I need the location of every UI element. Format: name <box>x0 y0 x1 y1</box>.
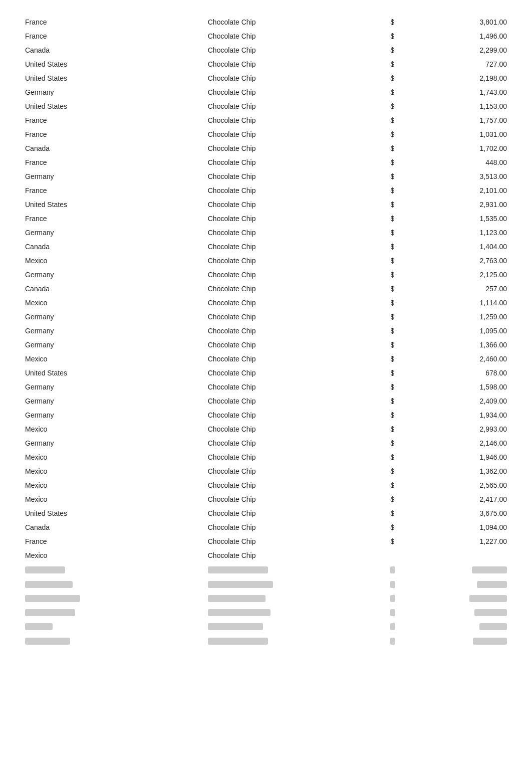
data-table: FranceChocolate Chip$3,801.00FranceChoco… <box>20 15 512 648</box>
product-cell-blurred <box>203 562 386 576</box>
amount-cell: 257.00 <box>428 282 512 296</box>
product-cell: Chocolate Chip <box>203 478 386 492</box>
country-cell: United States <box>20 506 203 520</box>
currency-cell: $ <box>385 408 427 422</box>
table-row: MexicoChocolate Chip$1,362.00 <box>20 464 512 478</box>
table-row: FranceChocolate Chip$448.00 <box>20 155 512 169</box>
amount-cell-blurred <box>428 605 512 619</box>
country-cell: France <box>20 29 203 43</box>
currency-cell: $ <box>385 254 427 268</box>
table-row: MexicoChocolate Chip$2,417.00 <box>20 492 512 506</box>
currency-cell: $ <box>385 324 427 338</box>
product-cell: Chocolate Chip <box>203 43 386 57</box>
country-cell: Germany <box>20 226 203 240</box>
product-cell: Chocolate Chip <box>203 15 386 29</box>
country-cell: France <box>20 113 203 127</box>
currency-cell <box>385 548 427 562</box>
currency-cell: $ <box>385 282 427 296</box>
currency-cell: $ <box>385 85 427 99</box>
amount-cell: 1,496.00 <box>428 29 512 43</box>
country-cell: Mexico <box>20 254 203 268</box>
product-cell: Chocolate Chip <box>203 240 386 254</box>
country-cell: France <box>20 155 203 169</box>
table-row: United StatesChocolate Chip$2,198.00 <box>20 71 512 85</box>
table-row: GermanyChocolate Chip$1,366.00 <box>20 338 512 352</box>
product-cell: Chocolate Chip <box>203 282 386 296</box>
country-cell: Germany <box>20 408 203 422</box>
product-cell: Chocolate Chip <box>203 352 386 366</box>
currency-cell: $ <box>385 478 427 492</box>
country-cell: Germany <box>20 338 203 352</box>
table-row-blurred <box>20 591 512 605</box>
product-cell: Chocolate Chip <box>203 534 386 548</box>
product-cell-blurred <box>203 605 386 619</box>
country-cell: Mexico <box>20 492 203 506</box>
product-cell: Chocolate Chip <box>203 254 386 268</box>
country-cell: Germany <box>20 268 203 282</box>
amount-cell-blurred <box>428 591 512 605</box>
product-cell-blurred <box>203 633 386 647</box>
product-cell: Chocolate Chip <box>203 436 386 450</box>
table-row: GermanyChocolate Chip$1,934.00 <box>20 408 512 422</box>
currency-cell: $ <box>385 57 427 71</box>
currency-cell: $ <box>385 141 427 155</box>
amount-cell: 1,114.00 <box>428 296 512 310</box>
country-cell-blurred <box>20 633 203 647</box>
table-row: GermanyChocolate Chip$1,123.00 <box>20 226 512 240</box>
currency-cell: $ <box>385 436 427 450</box>
product-cell: Chocolate Chip <box>203 57 386 71</box>
currency-cell: $ <box>385 127 427 141</box>
currency-cell-blurred <box>385 633 427 647</box>
product-cell: Chocolate Chip <box>203 520 386 534</box>
table-row: United StatesChocolate Chip$727.00 <box>20 57 512 71</box>
currency-cell: $ <box>385 534 427 548</box>
currency-cell: $ <box>385 155 427 169</box>
currency-cell: $ <box>385 422 427 436</box>
amount-cell: 3,675.00 <box>428 506 512 520</box>
currency-cell-blurred <box>385 619 427 633</box>
currency-cell-blurred <box>385 605 427 619</box>
country-cell-blurred <box>20 576 203 591</box>
country-cell: Germany <box>20 85 203 99</box>
table-row: FranceChocolate Chip$1,227.00 <box>20 534 512 548</box>
amount-cell: 1,259.00 <box>428 310 512 324</box>
country-cell: United States <box>20 366 203 380</box>
table-row: FranceChocolate Chip$2,101.00 <box>20 183 512 198</box>
currency-cell: $ <box>385 226 427 240</box>
table-row: FranceChocolate Chip$1,031.00 <box>20 127 512 141</box>
amount-cell-blurred <box>428 562 512 576</box>
table-row: FranceChocolate Chip$3,801.00 <box>20 15 512 29</box>
amount-cell: 1,366.00 <box>428 338 512 352</box>
amount-cell: 727.00 <box>428 57 512 71</box>
amount-cell: 1,757.00 <box>428 113 512 127</box>
currency-cell: $ <box>385 99 427 113</box>
amount-cell: 2,763.00 <box>428 254 512 268</box>
country-cell: Canada <box>20 43 203 57</box>
amount-cell: 1,598.00 <box>428 380 512 394</box>
product-cell: Chocolate Chip <box>203 127 386 141</box>
amount-cell: 678.00 <box>428 366 512 380</box>
product-cell-blurred <box>203 576 386 591</box>
currency-cell: $ <box>385 29 427 43</box>
country-cell: France <box>20 534 203 548</box>
currency-cell: $ <box>385 296 427 310</box>
country-cell-blurred <box>20 562 203 576</box>
currency-cell: $ <box>385 113 427 127</box>
table-row: United StatesChocolate Chip$2,931.00 <box>20 198 512 212</box>
product-cell: Chocolate Chip <box>203 29 386 43</box>
currency-cell-blurred <box>385 591 427 605</box>
product-cell: Chocolate Chip <box>203 394 386 408</box>
product-cell-blurred <box>203 591 386 605</box>
table-row-blurred <box>20 619 512 633</box>
amount-cell: 1,743.00 <box>428 85 512 99</box>
product-cell: Chocolate Chip <box>203 506 386 520</box>
product-cell: Chocolate Chip <box>203 169 386 183</box>
amount-cell: 1,702.00 <box>428 141 512 155</box>
country-cell: Canada <box>20 520 203 534</box>
country-cell: France <box>20 183 203 198</box>
country-cell-blurred <box>20 605 203 619</box>
amount-cell: 3,801.00 <box>428 15 512 29</box>
country-cell: Mexico <box>20 450 203 464</box>
table-row: GermanyChocolate Chip$1,743.00 <box>20 85 512 99</box>
table-row: GermanyChocolate Chip$2,125.00 <box>20 268 512 282</box>
